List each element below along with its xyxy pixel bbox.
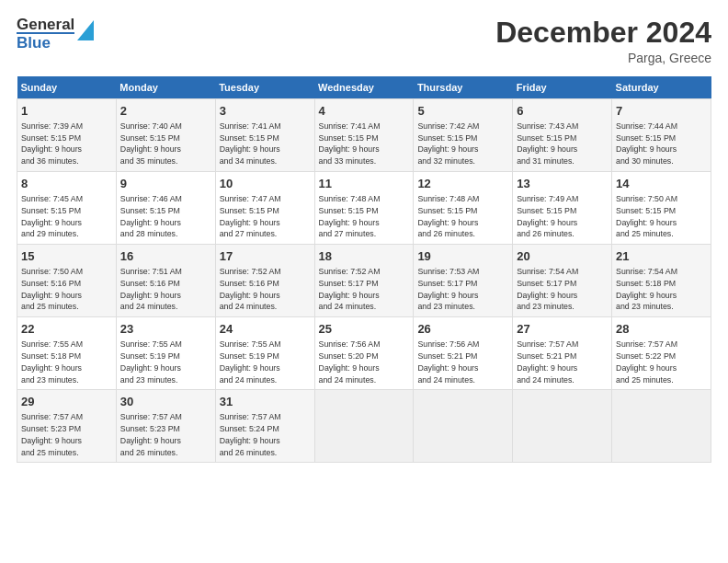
day-number: 14 <box>616 176 707 192</box>
day-number: 30 <box>120 394 211 410</box>
calendar-week-row: 22Sunrise: 7:55 AM Sunset: 5:18 PM Dayli… <box>17 317 711 390</box>
day-info: Sunrise: 7:48 AM Sunset: 5:15 PM Dayligh… <box>417 194 479 239</box>
header: General Blue December 2024 Parga, Greece <box>17 17 711 65</box>
calendar-week-row: 8Sunrise: 7:45 AM Sunset: 5:15 PM Daylig… <box>17 172 711 245</box>
calendar-cell: 22Sunrise: 7:55 AM Sunset: 5:18 PM Dayli… <box>17 317 117 390</box>
day-number: 23 <box>120 321 211 338</box>
calendar-week-row: 1Sunrise: 7:39 AM Sunset: 5:15 PM Daylig… <box>17 99 711 172</box>
calendar-cell: 7Sunrise: 7:44 AM Sunset: 5:15 PM Daylig… <box>612 99 711 172</box>
day-info: Sunrise: 7:41 AM Sunset: 5:15 PM Dayligh… <box>220 121 281 167</box>
weekday-header: Wednesday <box>314 76 414 99</box>
location: Parga, Greece <box>495 51 711 65</box>
day-number: 1 <box>21 103 112 120</box>
day-info: Sunrise: 7:46 AM Sunset: 5:15 PM Dayligh… <box>120 194 182 239</box>
calendar-cell: 29Sunrise: 7:57 AM Sunset: 5:23 PM Dayli… <box>17 390 117 463</box>
day-number: 8 <box>21 176 112 192</box>
day-number: 22 <box>21 321 112 338</box>
header-row: SundayMondayTuesdayWednesdayThursdayFrid… <box>17 76 711 99</box>
day-info: Sunrise: 7:57 AM Sunset: 5:24 PM Dayligh… <box>220 412 281 457</box>
title-section: December 2024 Parga, Greece <box>495 17 711 65</box>
logo-arrow-icon <box>77 20 94 44</box>
day-number: 25 <box>319 321 410 338</box>
day-number: 11 <box>319 176 410 192</box>
day-number: 27 <box>517 321 608 338</box>
calendar-cell: 21Sunrise: 7:54 AM Sunset: 5:18 PM Dayli… <box>612 245 711 317</box>
calendar-cell: 8Sunrise: 7:45 AM Sunset: 5:15 PM Daylig… <box>17 172 117 245</box>
calendar-cell: 19Sunrise: 7:53 AM Sunset: 5:17 PM Dayli… <box>414 245 513 317</box>
day-info: Sunrise: 7:50 AM Sunset: 5:15 PM Dayligh… <box>616 194 677 239</box>
calendar-cell: 27Sunrise: 7:57 AM Sunset: 5:21 PM Dayli… <box>513 317 612 390</box>
day-number: 19 <box>417 248 508 265</box>
calendar-cell: 20Sunrise: 7:54 AM Sunset: 5:17 PM Dayli… <box>513 245 612 317</box>
day-info: Sunrise: 7:55 AM Sunset: 5:19 PM Dayligh… <box>220 339 281 385</box>
calendar-cell: 23Sunrise: 7:55 AM Sunset: 5:19 PM Dayli… <box>116 317 215 390</box>
day-number: 7 <box>616 103 707 120</box>
day-info: Sunrise: 7:57 AM Sunset: 5:22 PM Dayligh… <box>616 339 677 385</box>
day-info: Sunrise: 7:45 AM Sunset: 5:15 PM Dayligh… <box>21 194 83 239</box>
day-number: 5 <box>417 103 508 120</box>
weekday-header: Thursday <box>414 76 513 99</box>
month-title: December 2024 <box>495 17 711 49</box>
day-number: 31 <box>220 394 311 410</box>
day-info: Sunrise: 7:52 AM Sunset: 5:17 PM Dayligh… <box>319 267 381 312</box>
day-info: Sunrise: 7:43 AM Sunset: 5:15 PM Dayligh… <box>517 121 578 167</box>
day-info: Sunrise: 7:56 AM Sunset: 5:21 PM Dayligh… <box>417 339 479 385</box>
day-info: Sunrise: 7:41 AM Sunset: 5:15 PM Dayligh… <box>319 121 381 167</box>
calendar-cell: 25Sunrise: 7:56 AM Sunset: 5:20 PM Dayli… <box>314 317 414 390</box>
logo: General Blue <box>17 17 94 51</box>
calendar-week-row: 15Sunrise: 7:50 AM Sunset: 5:16 PM Dayli… <box>17 245 711 317</box>
weekday-header: Friday <box>513 76 612 99</box>
calendar-cell <box>513 390 612 463</box>
calendar-cell <box>314 390 414 463</box>
day-number: 21 <box>616 248 707 265</box>
day-info: Sunrise: 7:53 AM Sunset: 5:17 PM Dayligh… <box>417 267 479 312</box>
day-number: 12 <box>417 176 508 192</box>
day-number: 10 <box>220 176 311 192</box>
day-info: Sunrise: 7:40 AM Sunset: 5:15 PM Dayligh… <box>120 121 182 167</box>
day-info: Sunrise: 7:55 AM Sunset: 5:19 PM Dayligh… <box>120 339 182 385</box>
day-info: Sunrise: 7:51 AM Sunset: 5:16 PM Dayligh… <box>120 267 182 312</box>
day-number: 3 <box>220 103 311 120</box>
calendar-cell: 3Sunrise: 7:41 AM Sunset: 5:15 PM Daylig… <box>215 99 314 172</box>
day-info: Sunrise: 7:39 AM Sunset: 5:15 PM Dayligh… <box>21 121 83 167</box>
day-info: Sunrise: 7:44 AM Sunset: 5:15 PM Dayligh… <box>616 121 677 167</box>
day-number: 2 <box>120 103 211 120</box>
logo-blue: Blue <box>17 32 74 51</box>
day-number: 13 <box>517 176 608 192</box>
weekday-header: Saturday <box>612 76 711 99</box>
calendar-cell: 14Sunrise: 7:50 AM Sunset: 5:15 PM Dayli… <box>612 172 711 245</box>
calendar-cell: 1Sunrise: 7:39 AM Sunset: 5:15 PM Daylig… <box>17 99 117 172</box>
calendar-cell: 26Sunrise: 7:56 AM Sunset: 5:21 PM Dayli… <box>414 317 513 390</box>
page-container: General Blue December 2024 Parga, Greece… <box>0 0 728 472</box>
calendar-table: SundayMondayTuesdayWednesdayThursdayFrid… <box>17 76 711 463</box>
calendar-cell: 2Sunrise: 7:40 AM Sunset: 5:15 PM Daylig… <box>116 99 215 172</box>
calendar-cell: 4Sunrise: 7:41 AM Sunset: 5:15 PM Daylig… <box>314 99 414 172</box>
svg-marker-0 <box>77 20 94 40</box>
day-info: Sunrise: 7:57 AM Sunset: 5:23 PM Dayligh… <box>21 412 83 457</box>
day-number: 16 <box>120 248 211 265</box>
weekday-header: Tuesday <box>215 76 314 99</box>
day-info: Sunrise: 7:54 AM Sunset: 5:18 PM Dayligh… <box>616 267 677 312</box>
calendar-cell <box>612 390 711 463</box>
calendar-cell: 11Sunrise: 7:48 AM Sunset: 5:15 PM Dayli… <box>314 172 414 245</box>
day-info: Sunrise: 7:54 AM Sunset: 5:17 PM Dayligh… <box>517 267 578 312</box>
calendar-cell: 6Sunrise: 7:43 AM Sunset: 5:15 PM Daylig… <box>513 99 612 172</box>
day-info: Sunrise: 7:57 AM Sunset: 5:23 PM Dayligh… <box>120 412 182 457</box>
calendar-cell: 17Sunrise: 7:52 AM Sunset: 5:16 PM Dayli… <box>215 245 314 317</box>
day-number: 24 <box>220 321 311 338</box>
calendar-cell: 9Sunrise: 7:46 AM Sunset: 5:15 PM Daylig… <box>116 172 215 245</box>
day-number: 20 <box>517 248 608 265</box>
day-number: 15 <box>21 248 112 265</box>
calendar-cell: 12Sunrise: 7:48 AM Sunset: 5:15 PM Dayli… <box>414 172 513 245</box>
day-info: Sunrise: 7:42 AM Sunset: 5:15 PM Dayligh… <box>417 121 479 167</box>
day-info: Sunrise: 7:52 AM Sunset: 5:16 PM Dayligh… <box>220 267 281 312</box>
calendar-cell: 30Sunrise: 7:57 AM Sunset: 5:23 PM Dayli… <box>116 390 215 463</box>
day-number: 4 <box>319 103 410 120</box>
day-number: 18 <box>319 248 410 265</box>
day-info: Sunrise: 7:50 AM Sunset: 5:16 PM Dayligh… <box>21 267 83 312</box>
calendar-cell: 18Sunrise: 7:52 AM Sunset: 5:17 PM Dayli… <box>314 245 414 317</box>
weekday-header: Monday <box>116 76 215 99</box>
day-number: 28 <box>616 321 707 338</box>
calendar-cell: 28Sunrise: 7:57 AM Sunset: 5:22 PM Dayli… <box>612 317 711 390</box>
calendar-cell: 24Sunrise: 7:55 AM Sunset: 5:19 PM Dayli… <box>215 317 314 390</box>
